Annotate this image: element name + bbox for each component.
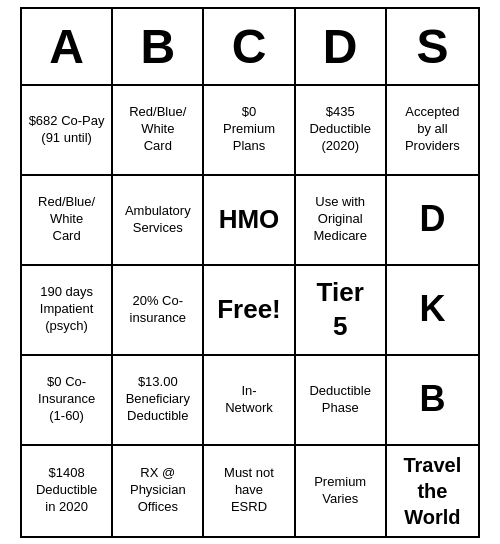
grid-cell-5: Red/Blue/ White Card: [22, 176, 113, 266]
grid-cell-6: Ambulatory Services: [113, 176, 204, 266]
grid-cell-23: Premium Varies: [296, 446, 387, 536]
header-col-a: A: [22, 9, 113, 84]
grid-cell-21: RX @ Physician Offices: [113, 446, 204, 536]
grid-cell-1: Red/Blue/ White Card: [113, 86, 204, 176]
grid-cell-15: $0 Co- Insurance (1-60): [22, 356, 113, 446]
grid-cell-24: Travel the World: [387, 446, 478, 536]
bingo-grid: $682 Co-Pay (91 until)Red/Blue/ White Ca…: [22, 86, 478, 536]
header-col-b: B: [113, 9, 204, 84]
grid-cell-20: $1408 Deductible in 2020: [22, 446, 113, 536]
grid-cell-7: HMO: [204, 176, 295, 266]
bingo-card: ABCDS $682 Co-Pay (91 until)Red/Blue/ Wh…: [20, 7, 480, 538]
grid-cell-18: Deductible Phase: [296, 356, 387, 446]
header-col-s: S: [387, 9, 478, 84]
grid-cell-12: Free!: [204, 266, 295, 356]
bingo-header: ABCDS: [22, 9, 478, 86]
grid-cell-14: K: [387, 266, 478, 356]
grid-cell-3: $435 Deductible (2020): [296, 86, 387, 176]
header-col-c: C: [204, 9, 295, 84]
grid-cell-22: Must not have ESRD: [204, 446, 295, 536]
grid-cell-19: B: [387, 356, 478, 446]
grid-cell-10: 190 days Impatient (psych): [22, 266, 113, 356]
grid-cell-11: 20% Co- insurance: [113, 266, 204, 356]
grid-cell-0: $682 Co-Pay (91 until): [22, 86, 113, 176]
grid-cell-4: Accepted by all Providers: [387, 86, 478, 176]
grid-cell-17: In- Network: [204, 356, 295, 446]
grid-cell-9: D: [387, 176, 478, 266]
header-col-d: D: [296, 9, 387, 84]
grid-cell-2: $0 Premium Plans: [204, 86, 295, 176]
grid-cell-16: $13.00 Beneficiary Deductible: [113, 356, 204, 446]
grid-cell-8: Use with Original Medicare: [296, 176, 387, 266]
grid-cell-13: Tier 5: [296, 266, 387, 356]
